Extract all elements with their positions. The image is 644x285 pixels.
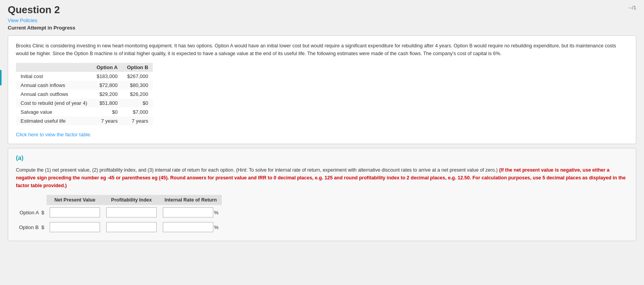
data-row: Initial cost$183,000$267,000 [16, 72, 153, 81]
problem-text: Brooks Clinic is considering investing i… [16, 42, 628, 57]
answer-cell-npv-b [47, 220, 103, 235]
data-cell-3-2: $0 [122, 99, 153, 108]
instruction-hint: Hint: To solve for internal rate of retu… [238, 167, 499, 173]
data-row: Cost to rebuild (end of year 4)$51,800$0 [16, 99, 153, 108]
answer-cell-irr-b: % [160, 220, 222, 235]
answer-col-irr: Internal Rate of Return [160, 195, 222, 205]
data-cell-0-2: $267,000 [122, 72, 153, 81]
answer-label-option-a: Option A $ [16, 205, 47, 220]
factor-table-link[interactable]: Click here to view the factor table. [16, 132, 92, 137]
data-cell-3-0: Cost to rebuild (end of year 4) [16, 99, 92, 108]
instruction-text: Compute the (1) net present value, (2) p… [16, 166, 628, 189]
percent-label-b: % [214, 224, 219, 230]
section-a-card: (a) Compute the (1) net present value, (… [8, 148, 636, 241]
percent-label-a: % [214, 210, 219, 215]
data-row: Annual cash outflows$29,200$26,200 [16, 90, 153, 99]
data-cell-1-0: Annual cash inflows [16, 81, 92, 90]
data-row: Estimated useful life7 years7 years [16, 116, 153, 125]
col-header-option-b: Option B [122, 63, 153, 72]
option-b-dollar: $ [41, 224, 44, 230]
data-cell-1-1: $72,800 [92, 81, 122, 90]
page-counter: --/1 [629, 5, 637, 10]
col-header-empty [16, 63, 92, 72]
pi-input-a[interactable] [106, 207, 157, 217]
answer-col-pi: Profitability Index [103, 195, 160, 205]
pi-input-b[interactable] [106, 222, 157, 232]
problem-card: Brooks Clinic is considering investing i… [8, 35, 636, 144]
data-cell-0-1: $183,000 [92, 72, 122, 81]
answer-label-option-b: Option B $ [16, 220, 47, 235]
question-title: Question 2 [8, 4, 636, 16]
data-cell-2-0: Annual cash outflows [16, 90, 92, 99]
left-accent-bar [0, 70, 2, 85]
npv-input-a[interactable] [50, 207, 100, 217]
data-row: Salvage value$0$7,000 [16, 108, 153, 116]
answer-cell-npv-a [47, 205, 103, 220]
section-a-label: (a) [16, 155, 628, 162]
irr-input-a[interactable] [163, 207, 213, 217]
data-cell-5-0: Estimated useful life [16, 116, 92, 125]
answer-col-empty [16, 195, 47, 205]
option-a-dollar: $ [41, 210, 44, 215]
answer-cell-irr-a: % [160, 205, 222, 220]
npv-input-b[interactable] [50, 222, 100, 232]
answer-cell-pi-b [103, 220, 160, 235]
data-cell-5-2: 7 years [122, 116, 153, 125]
data-cell-4-1: $0 [92, 108, 122, 116]
data-cell-5-1: 7 years [92, 116, 122, 125]
data-cell-4-0: Salvage value [16, 108, 92, 116]
answer-col-npv: Net Present Value [47, 195, 103, 205]
current-attempt-label: Current Attempt in Progress [8, 25, 636, 31]
data-cell-4-2: $7,000 [122, 108, 153, 116]
answer-row-option-b: Option B $ % [16, 220, 222, 235]
data-cell-2-2: $26,200 [122, 90, 153, 99]
instruction-normal: Compute the (1) net present value, (2) p… [16, 167, 238, 173]
data-cell-1-2: $80,300 [122, 81, 153, 90]
view-policies-link[interactable]: View Policies [8, 17, 37, 23]
irr-input-b[interactable] [163, 222, 213, 232]
data-cell-2-1: $29,200 [92, 90, 122, 99]
data-row: Annual cash inflows$72,800$80,300 [16, 81, 153, 90]
data-cell-3-1: $51,800 [92, 99, 122, 108]
data-cell-0-0: Initial cost [16, 72, 92, 81]
answer-cell-pi-a [103, 205, 160, 220]
answer-row-option-a: Option A $ % [16, 205, 222, 220]
data-table: Option A Option B Initial cost$183,000$2… [16, 63, 153, 125]
col-header-option-a: Option A [92, 63, 122, 72]
answer-table: Net Present Value Profitability Index In… [16, 195, 222, 235]
